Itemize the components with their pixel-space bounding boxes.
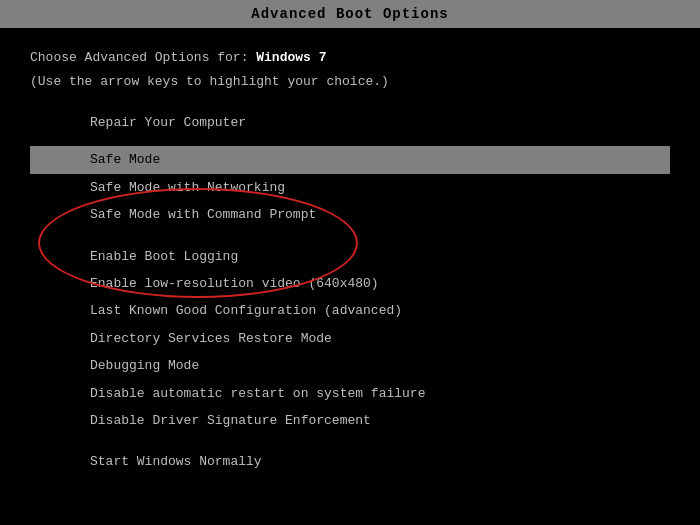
menu-item-disable-restart[interactable]: Disable automatic restart on system fail… <box>30 380 670 407</box>
boot-screen: Advanced Boot Options Choose Advanced Op… <box>0 0 700 525</box>
menu-item-debug[interactable]: Debugging Mode <box>30 352 670 379</box>
menu-item-safe-mode-networking[interactable]: Safe Mode with Networking <box>30 174 670 201</box>
title-text: Advanced Boot Options <box>251 6 448 22</box>
menu-item-boot-logging[interactable]: Enable Boot Logging <box>30 243 670 270</box>
menu-item-disable-driver[interactable]: Disable Driver Signature Enforcement <box>30 407 670 434</box>
menu-item-safe-mode-cmd[interactable]: Safe Mode with Command Prompt <box>30 201 670 228</box>
menu-section: Repair Your Computer Safe Mode Safe Mode… <box>30 109 670 476</box>
main-content: Choose Advanced Options for: safe-modeWi… <box>0 28 700 525</box>
menu-item-repair[interactable]: Repair Your Computer <box>30 109 670 136</box>
menu-item-last-known[interactable]: Last Known Good Configuration (advanced) <box>30 297 670 324</box>
menu-item-dir-services[interactable]: Directory Services Restore Mode <box>30 325 670 352</box>
menu-item-low-res[interactable]: Enable low-resolution video (640x480) <box>30 270 670 297</box>
os-name: Windows 7 <box>256 50 326 65</box>
instruction-line1: Choose Advanced Options for: safe-modeWi… <box>30 48 670 68</box>
title-bar: Advanced Boot Options <box>0 0 700 28</box>
instruction-line2: (Use the arrow keys to highlight your ch… <box>30 72 670 92</box>
menu-item-safe-mode[interactable]: Safe Mode <box>30 146 670 173</box>
menu-item-start-normally[interactable]: Start Windows Normally <box>30 448 670 475</box>
